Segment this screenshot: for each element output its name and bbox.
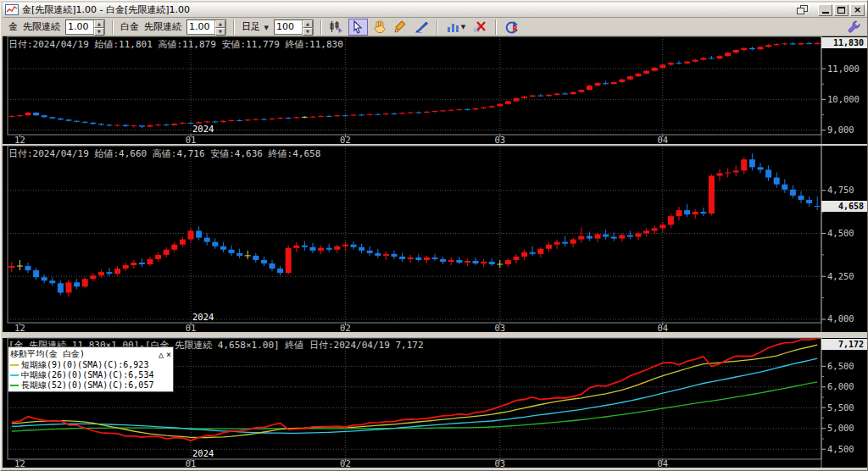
x-axis-label: 12: [14, 135, 25, 145]
spread-current-value-box: 7,172: [821, 339, 867, 350]
short-ma-swatch: [10, 364, 19, 366]
platinum-chart-plot[interactable]: [8, 146, 821, 323]
x-axis-label: 01: [186, 458, 197, 468]
x-axis-label: 03: [494, 135, 505, 145]
y-axis-label: 4,250: [827, 271, 854, 281]
gold-symbol-label: 金: [8, 20, 18, 33]
title-bar[interactable]: 金[先限連続]1.00 - 白金[先限連続]1.00 ×: [3, 3, 867, 18]
platinum-ratio-spinner[interactable]: ▲▼: [186, 19, 226, 35]
legend-item-long: 長期線(52)(0)(SMA)(C):6,057: [10, 380, 171, 391]
toolbar-separator: [437, 19, 438, 35]
delete-drawing-icon: [473, 20, 487, 33]
hand-pan-icon: [372, 19, 387, 34]
minimize-button[interactable]: [818, 4, 832, 16]
minimize-icon: [822, 12, 829, 14]
pen-trendline-tool-button[interactable]: [412, 19, 431, 36]
close-icon: ×: [854, 5, 861, 14]
bar-chart-type-icon: [447, 20, 460, 33]
y-axis-label: 5,000: [827, 423, 854, 433]
x-axis-label: 03: [494, 458, 505, 468]
mid-ma-swatch: [10, 374, 19, 376]
bar-count-up-icon[interactable]: ▲: [303, 20, 313, 28]
y-axis-label: 9,000: [827, 125, 854, 135]
gold-ratio-spinner[interactable]: ▲▼: [65, 19, 105, 35]
refresh-button[interactable]: R: [502, 19, 521, 36]
kline-cursor-icon: [329, 20, 344, 34]
pencil-draw-tool-button[interactable]: [391, 19, 410, 36]
bar-count-down-icon[interactable]: ▼: [303, 28, 313, 36]
y-axis-label: 5,500: [827, 402, 854, 413]
x-axis-label: 03: [494, 323, 505, 333]
chart-type-dropdown-button[interactable]: ▼: [443, 19, 469, 36]
platinum-info-line: 日付:2024/04/19 始値:4,660 高値:4,716 安値:4,636…: [8, 147, 320, 160]
legend-collapse-button[interactable]: △: [159, 350, 164, 359]
x-axis-label: 02: [340, 135, 351, 145]
kline-cursor-tool-button[interactable]: [327, 19, 347, 36]
x-axis-label: 12: [14, 323, 25, 333]
platinum-ratio-input[interactable]: [187, 20, 214, 34]
x-axis-label: 04: [657, 135, 668, 145]
x-axis-label: 02: [340, 458, 351, 468]
svg-text:R: R: [512, 25, 517, 33]
gold-current-price-box: 11,830: [821, 37, 867, 48]
cascade-windows-icon[interactable]: [796, 4, 811, 16]
y-axis-label: 6,000: [827, 381, 854, 391]
bar-count-spinner[interactable]: ▲▼: [274, 19, 314, 35]
toolbar-separator: [320, 19, 322, 35]
legend-title: 移動平均(金 白金): [10, 348, 85, 360]
y-axis-label: 4,500: [827, 228, 854, 238]
x-axis-label: 12: [14, 458, 25, 468]
gold-ratio-down-icon[interactable]: ▼: [94, 28, 104, 36]
pencil-draw-icon: [393, 20, 407, 34]
y-axis-label: 10,000: [827, 94, 860, 104]
window-bottom-edge: [3, 468, 867, 471]
window-chart-icon: [5, 4, 19, 15]
x-axis-label: 01: [186, 135, 197, 145]
select-tool-button[interactable]: [348, 19, 368, 36]
toolbar-separator: [233, 19, 235, 35]
x-axis-label: 04: [657, 458, 668, 468]
gold-series-label: 先限連続: [23, 20, 60, 33]
wrench-settings-icon[interactable]: [848, 20, 860, 34]
legend-close-button[interactable]: ×: [166, 350, 171, 359]
maximize-button[interactable]: [834, 4, 849, 16]
y-axis-label: 6,500: [827, 361, 854, 371]
bar-count-input[interactable]: [275, 20, 302, 34]
maximize-icon: [837, 7, 845, 14]
toolbar-separator: [112, 19, 114, 35]
toolbar: 金 先限連続 ▲▼ 白金 先限連続 ▲▼ 日足 ▼ ▲▼: [3, 18, 867, 36]
long-ma-swatch: [10, 385, 19, 386]
pen-trendline-icon: [415, 20, 429, 33]
platinum-ratio-up-icon[interactable]: ▲: [215, 20, 225, 28]
platinum-current-price-box: 4,658: [821, 201, 867, 212]
gold-chart-plot[interactable]: [8, 36, 821, 135]
gold-ratio-input[interactable]: [66, 20, 93, 34]
period-dropdown[interactable]: 日足 ▼: [242, 20, 269, 33]
y-axis-label: 4,000: [827, 313, 854, 324]
platinum-symbol-label: 白金: [120, 20, 139, 33]
refresh-icon: R: [504, 20, 519, 34]
gold-ratio-up-icon[interactable]: ▲: [94, 20, 104, 28]
moving-average-legend: 移動平均(金 白金) △× 短期線(9)(0)(SMA)(C):6,923 中期…: [8, 346, 174, 392]
x-axis-label: 01: [186, 323, 197, 333]
y-axis-label: 11,000: [827, 64, 860, 74]
chevron-down-icon: ▼: [461, 24, 465, 30]
hand-pan-tool-button[interactable]: [370, 19, 389, 36]
delete-drawing-button[interactable]: [470, 19, 490, 36]
y-axis-label: 4,750: [827, 185, 854, 195]
chart-region: 9,00010,00011,000120120240203044,0004,25…: [3, 36, 867, 468]
gold-info-line: 日付:2024/04/19 始値:11,801 高値:11,879 安値:11,…: [8, 38, 343, 51]
chevron-down-icon: ▼: [264, 25, 269, 31]
y-axis-label: 4,500: [827, 444, 854, 454]
window-title: 金[先限連続]1.00 - 白金[先限連続]1.00: [22, 3, 796, 16]
x-axis-label: 04: [657, 323, 668, 333]
chart-app-window: 金[先限連続]1.00 - 白金[先限連続]1.00 × 金 先限連続 ▲▼ 白…: [0, 0, 868, 471]
toolbar-separator: [495, 19, 497, 35]
platinum-ratio-down-icon[interactable]: ▼: [215, 28, 225, 36]
platinum-series-label: 先限連続: [144, 20, 181, 33]
select-arrow-icon: [352, 20, 364, 34]
x-axis-label: 02: [340, 323, 351, 333]
close-button[interactable]: ×: [850, 4, 865, 16]
